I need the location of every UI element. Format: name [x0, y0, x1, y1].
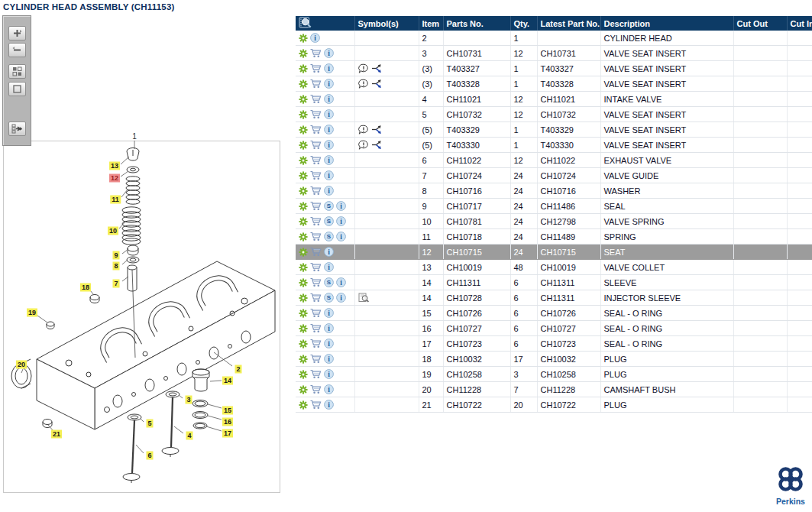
gear-icon[interactable]	[299, 217, 308, 226]
gear-icon[interactable]	[299, 339, 308, 348]
cart-icon[interactable]	[310, 79, 322, 89]
part-label-6[interactable]: 6	[146, 452, 153, 460]
cart-icon[interactable]	[310, 384, 322, 394]
part-label-19[interactable]: 19	[27, 309, 37, 317]
part-label-11[interactable]: 11	[110, 196, 121, 204]
info-icon[interactable]: i	[324, 170, 334, 180]
gear-icon[interactable]	[299, 79, 308, 89]
cart-icon[interactable]	[310, 48, 322, 58]
part-label-3[interactable]: 3	[185, 396, 192, 404]
gear-icon[interactable]	[299, 309, 308, 318]
table-row[interactable]: i7CH1072424CH10724VALVE GUIDE	[296, 168, 812, 183]
info-icon[interactable]: i	[324, 109, 334, 119]
gear-icon[interactable]	[299, 34, 308, 43]
info-icon[interactable]: i	[324, 262, 334, 272]
part-label-13[interactable]: 13	[109, 162, 120, 170]
gear-icon[interactable]	[299, 202, 308, 211]
table-row[interactable]: i19CH102583CH10258PLUG	[296, 367, 812, 382]
part-label-14[interactable]: 14	[222, 377, 233, 385]
cart-icon[interactable]	[310, 400, 322, 410]
gear-icon[interactable]	[299, 278, 308, 287]
cart-icon[interactable]	[310, 369, 322, 379]
table-row[interactable]: i15CH107266CH10726SEAL - O RING	[296, 306, 812, 321]
info-icon[interactable]: i	[324, 354, 334, 364]
gear-icon[interactable]	[299, 110, 308, 119]
info-icon[interactable]: i	[324, 186, 334, 196]
s-icon[interactable]: S	[324, 277, 334, 287]
info-icon[interactable]: i	[336, 277, 346, 287]
table-row[interactable]: i4CH1102112CH11021INTAKE VALVE	[296, 92, 812, 107]
cart-icon[interactable]	[310, 247, 322, 257]
part-label-2[interactable]: 2	[235, 365, 241, 374]
info-icon[interactable]: i	[324, 369, 334, 379]
cart-icon[interactable]	[310, 63, 322, 73]
info-icon[interactable]: i	[324, 384, 334, 394]
table-row[interactable]: Si14CH113116CH11311SLEEVE	[296, 275, 812, 290]
table-row[interactable]: i(3)T4033271T403327VALVE SEAT INSERT	[296, 61, 812, 76]
table-row[interactable]: i(5)T4033291T403329VALVE SEAT INSERT	[296, 122, 812, 138]
cart-icon[interactable]	[310, 308, 322, 318]
table-row[interactable]: Si9CH1071724CH11486SEAL	[296, 199, 812, 214]
cart-icon[interactable]	[310, 232, 322, 241]
part-label-8[interactable]: 8	[112, 262, 119, 271]
gear-icon[interactable]	[299, 125, 308, 134]
gear-icon[interactable]	[299, 186, 308, 196]
table-row[interactable]: i8CH1071624CH10716WASHER	[296, 183, 812, 199]
gear-icon[interactable]	[299, 324, 308, 333]
part-label-7[interactable]: 7	[112, 280, 119, 288]
table-row[interactable]: Si11CH1071824CH11489SPRING	[296, 229, 812, 245]
cart-icon[interactable]	[310, 216, 322, 226]
part-label-17[interactable]: 17	[222, 429, 233, 438]
info-icon[interactable]: i	[336, 232, 346, 241]
gear-icon[interactable]	[299, 141, 308, 150]
part-label-10[interactable]: 10	[108, 227, 118, 235]
table-row[interactable]: i3CH1073112CH10731VALVE SEAT INSERT	[296, 46, 812, 61]
gear-icon[interactable]	[299, 64, 308, 73]
gear-icon[interactable]	[299, 156, 308, 165]
table-row[interactable]: i13CH1001948CH10019VALVE COLLET	[296, 260, 812, 275]
part-label-4[interactable]: 4	[186, 432, 192, 440]
s-icon[interactable]: S	[324, 293, 334, 303]
table-row[interactable]: i6CH1102212CH11022EXHAUST VALVE	[296, 153, 812, 168]
cart-icon[interactable]	[310, 140, 322, 150]
info-icon[interactable]: i	[336, 201, 346, 211]
preview-header-icon[interactable]	[299, 21, 312, 30]
table-row[interactable]: Si10CH1078124CH12798VALVE SPRING	[296, 214, 812, 229]
gear-icon[interactable]	[299, 49, 308, 58]
cart-icon[interactable]	[310, 125, 322, 134]
cart-icon[interactable]	[310, 293, 322, 303]
gear-icon[interactable]	[299, 263, 308, 272]
table-row[interactable]: i21CYLINDER HEAD	[296, 31, 812, 46]
info-icon[interactable]: i	[310, 33, 320, 43]
table-row[interactable]: i17CH107236CH10723SEAL - O RING	[296, 336, 812, 352]
info-icon[interactable]: i	[324, 140, 334, 150]
gear-icon[interactable]	[299, 400, 308, 410]
gear-icon[interactable]	[299, 385, 308, 394]
table-row[interactable]: i20CH112287CH11228CAMSHAFT BUSH	[296, 382, 812, 397]
part-label-9[interactable]: 9	[112, 251, 119, 260]
cart-icon[interactable]	[310, 201, 322, 211]
toggle-panel-button[interactable]	[8, 122, 26, 136]
info-icon[interactable]: i	[324, 247, 334, 257]
gear-icon[interactable]	[299, 232, 308, 241]
info-icon[interactable]: i	[324, 79, 334, 89]
gear-icon[interactable]	[299, 95, 308, 104]
cart-icon[interactable]	[310, 262, 322, 272]
cart-icon[interactable]	[310, 277, 322, 287]
cart-icon[interactable]	[310, 323, 322, 333]
info-icon[interactable]: i	[324, 48, 334, 58]
table-row[interactable]: i18CH1003217CH10032PLUG	[296, 352, 812, 367]
info-icon[interactable]: i	[324, 400, 334, 410]
cart-icon[interactable]	[310, 94, 322, 104]
part-label-21[interactable]: 21	[51, 430, 62, 439]
part-label-15[interactable]: 15	[222, 407, 233, 415]
s-icon[interactable]: S	[324, 201, 334, 211]
table-row[interactable]: i21CH1072220CH10722PLUG	[296, 397, 812, 413]
gear-icon[interactable]	[299, 370, 308, 379]
info-icon[interactable]: i	[324, 323, 334, 333]
info-icon[interactable]: i	[336, 293, 346, 303]
zoom-out-button[interactable]	[8, 43, 26, 57]
preview-icon[interactable]	[358, 293, 370, 303]
gear-icon[interactable]	[299, 248, 308, 257]
tile-view-button[interactable]	[8, 64, 26, 79]
